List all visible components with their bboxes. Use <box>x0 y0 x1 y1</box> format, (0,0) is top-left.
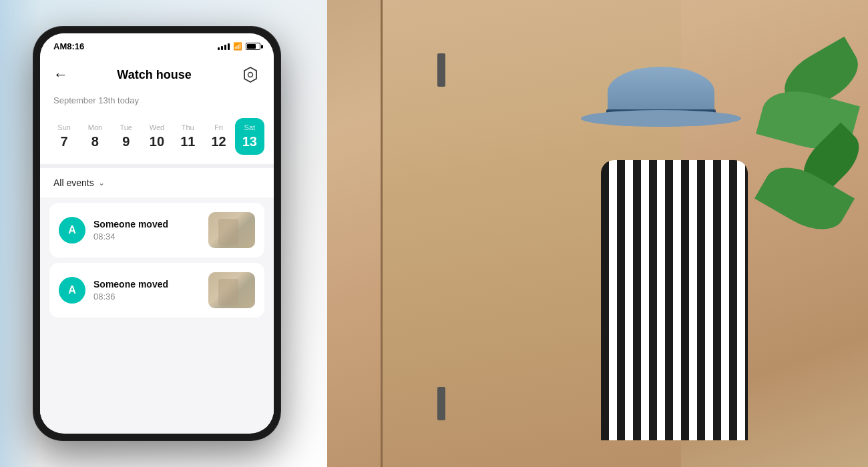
event-avatar-letter-1: A <box>68 224 76 236</box>
person <box>568 53 781 440</box>
svg-marker-0 <box>244 67 256 82</box>
phone-body: AM8:16 📶 ← <box>33 27 280 440</box>
day-name-wed: Wed <box>150 123 164 131</box>
day-num-mon: 8 <box>91 134 99 149</box>
event-time-1: 08:34 <box>93 231 200 242</box>
phone-screen: AM8:16 📶 ← <box>40 33 274 434</box>
day-num-sun: 7 <box>61 134 68 149</box>
door-hinge-top <box>437 53 445 87</box>
day-thu[interactable]: Thu 11 <box>173 118 202 155</box>
plant-decoration <box>761 40 868 274</box>
day-num-sat: 13 <box>242 134 257 149</box>
event-avatar-1: A <box>59 217 85 244</box>
thumb-visual-2 <box>208 272 255 308</box>
day-num-fri: 12 <box>211 134 226 149</box>
phone-mockup: AM8:16 📶 ← <box>33 27 280 440</box>
event-item-2[interactable]: A Someone moved 08:36 <box>49 263 264 318</box>
date-label: September 13th today <box>53 95 139 105</box>
day-name-sat: Sat <box>244 123 256 131</box>
battery-icon <box>246 43 260 50</box>
day-mon[interactable]: Mon 8 <box>80 118 110 155</box>
hat-brim <box>581 110 741 127</box>
day-name-sun: Sun <box>57 123 71 131</box>
day-fri[interactable]: Fri 12 <box>204 118 233 155</box>
day-num-thu: 11 <box>180 134 195 149</box>
day-name-tue: Tue <box>120 123 132 131</box>
day-name-mon: Mon <box>88 123 102 131</box>
status-time: AM8:16 <box>53 41 84 51</box>
wifi-icon: 📶 <box>233 42 242 51</box>
page-title: Watch house <box>117 68 191 82</box>
event-thumbnail-1[interactable] <box>208 212 255 248</box>
day-name-fri: Fri <box>214 123 223 131</box>
status-bar: AM8:16 📶 <box>40 33 274 55</box>
event-item-1[interactable]: A Someone moved 08:34 <box>49 203 264 258</box>
day-num-wed: 10 <box>150 134 164 149</box>
event-title-1: Someone moved <box>93 219 200 229</box>
event-avatar-letter-2: A <box>68 284 76 296</box>
day-sun[interactable]: Sun 7 <box>49 118 79 155</box>
status-icons: 📶 <box>218 42 260 51</box>
app-content: ← Watch house September 13th today <box>40 55 274 429</box>
person-body <box>601 160 748 440</box>
day-name-thu: Thu <box>182 123 194 131</box>
day-num-tue: 9 <box>122 134 130 149</box>
settings-button[interactable] <box>240 65 260 85</box>
date-header: September 13th today <box>40 91 274 114</box>
event-title-2: Someone moved <box>93 279 200 290</box>
event-avatar-2: A <box>59 277 85 304</box>
back-button[interactable]: ← <box>53 67 68 82</box>
filter-label: All events <box>53 177 94 188</box>
event-info-1: Someone moved 08:34 <box>93 219 200 242</box>
day-tue[interactable]: Tue 9 <box>112 118 141 155</box>
event-time-2: 08:36 <box>93 292 200 302</box>
thumb-visual-1 <box>208 212 255 248</box>
day-wed[interactable]: Wed 10 <box>142 118 172 155</box>
bg-right-door <box>327 0 868 467</box>
event-info-2: Someone moved 08:36 <box>93 279 200 302</box>
hex-settings-icon <box>242 66 259 83</box>
week-selector[interactable]: Sun 7 Mon 8 Tue 9 Wed 10 <box>40 114 274 164</box>
person-hat <box>594 60 728 127</box>
day-sat[interactable]: Sat 13 <box>235 118 264 155</box>
event-thumbnail-2[interactable] <box>208 272 255 308</box>
app-header: ← Watch house <box>40 55 274 91</box>
signal-icon <box>218 43 230 50</box>
events-list: A Someone moved 08:34 A <box>40 197 274 429</box>
events-filter[interactable]: All events ⌄ <box>40 168 274 197</box>
svg-point-1 <box>248 73 253 77</box>
door-hinge-bottom <box>437 387 445 420</box>
chevron-down-icon: ⌄ <box>98 178 105 187</box>
